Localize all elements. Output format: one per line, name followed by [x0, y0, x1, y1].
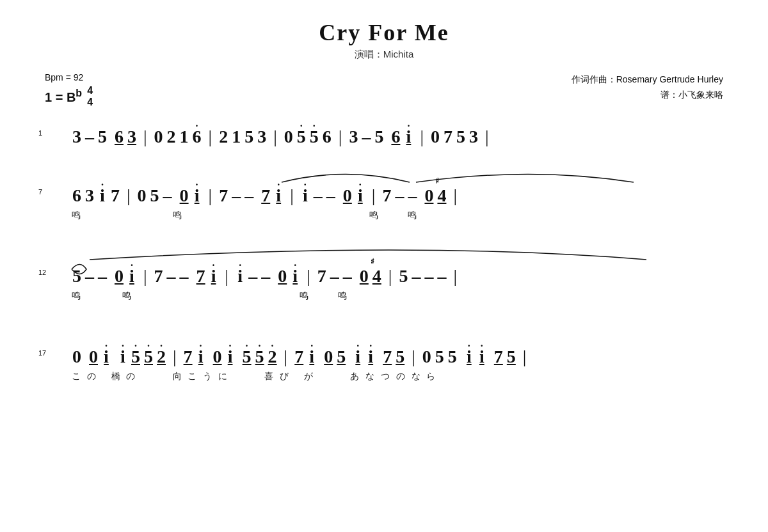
note-group: 0 ♯4	[358, 266, 383, 286]
note-dot: i	[299, 185, 312, 206]
note-dot: i	[207, 266, 220, 286]
note-dot: i	[351, 347, 364, 367]
note: 0	[322, 347, 335, 367]
note-dot: 5	[308, 127, 321, 147]
barline: |	[388, 266, 392, 286]
note-dot: i	[191, 185, 204, 206]
barline: |	[339, 127, 342, 147]
note: 7	[292, 347, 305, 367]
note: 7	[152, 266, 165, 286]
barline: |	[453, 266, 457, 286]
key-display: 1 = Bb 4 4	[45, 85, 93, 107]
left-info: Bpm = 92 1 = Bb 4 4	[45, 72, 93, 107]
note: 0	[113, 266, 125, 286]
note-group: 7 i	[292, 347, 318, 367]
note: 5	[454, 127, 467, 147]
note-group: 7 i	[182, 347, 207, 367]
note-group: 5 5 2	[129, 347, 168, 367]
note-dot: 6	[191, 127, 204, 147]
row7-lyrics: 鸣 鸣 鸣 鸣	[70, 210, 730, 221]
note-group: 7 5	[381, 347, 406, 367]
row7-notes: 6 3 i 7 | 0 5 – 0 i | 7 – – 7 i | i –	[70, 185, 730, 206]
barline: |	[453, 185, 457, 206]
barline: |	[273, 127, 277, 147]
note-dot: i	[195, 347, 207, 367]
note: 0	[358, 266, 371, 286]
row12-lyrics: 鸣 鸣 鸣 鸣	[70, 290, 730, 302]
note: 0	[429, 127, 442, 147]
note-group: i i	[463, 347, 488, 367]
note: 7	[381, 347, 394, 367]
note-group: 0 i	[178, 185, 204, 206]
note-dot: i	[224, 347, 237, 367]
note: –	[410, 266, 422, 286]
note: 7	[195, 266, 207, 286]
barline: |	[523, 347, 527, 367]
row-17: 17 0 0 i i 5 5 2 | 7 i 0 i	[38, 347, 730, 382]
note-dot: i	[272, 185, 285, 206]
note-dot: i	[289, 266, 301, 286]
time-den: 4	[87, 97, 93, 108]
note-group: 7 5	[492, 347, 518, 367]
note: 2	[217, 127, 230, 147]
time-signature: 4 4	[87, 85, 93, 107]
barline: |	[225, 266, 229, 286]
note: –	[435, 266, 448, 286]
note: 0	[282, 127, 295, 147]
note: 0	[420, 347, 433, 367]
note: –	[360, 127, 372, 147]
note-group: 7 i	[259, 185, 285, 206]
note: 6	[389, 127, 402, 147]
note-group: 6 i	[389, 127, 415, 147]
song-title: Cry For Me	[38, 19, 730, 46]
note-group: 0 5	[322, 347, 348, 367]
note: 5	[96, 127, 109, 147]
flat-symbol: b	[76, 88, 82, 98]
row1-notes: 3 – 5 6 3 | 0 2 1 6 | 2 1 5 3 | 0 5 5 6 …	[70, 127, 730, 147]
measure-number-12: 12	[38, 269, 46, 276]
note: –	[246, 266, 259, 286]
note: 3	[70, 127, 83, 147]
note-group: 6 3	[113, 127, 138, 147]
note-dot: 5	[295, 127, 308, 147]
note: –	[393, 185, 406, 206]
note-group: 0 i	[341, 185, 367, 206]
note-group: 7 i	[195, 266, 220, 286]
barline: |	[143, 127, 147, 147]
note-sharp: ♯4	[371, 266, 383, 286]
note-dot: i	[96, 185, 109, 206]
row-7: 7 6 3 i 7 | 0 5 – 0 i | 7 – –	[38, 185, 730, 221]
row12-notes: 5 – – 0 i | 7 – – 7 i | i – – 0 i	[70, 266, 730, 286]
note-group: 5 5 2	[241, 347, 279, 367]
barline: |	[284, 347, 288, 367]
note-sharp: ♯4	[435, 185, 448, 206]
measure-number-7: 7	[38, 188, 42, 196]
note: 5	[394, 347, 406, 367]
barline: |	[420, 127, 424, 147]
barline: |	[209, 127, 212, 147]
note-dot: i	[354, 185, 367, 206]
note: –	[324, 185, 337, 206]
note: 6	[113, 127, 125, 147]
note: 0	[136, 185, 148, 206]
note: 7	[259, 185, 272, 206]
note: –	[243, 185, 255, 206]
note-dot: i	[100, 347, 113, 367]
note-group: i i	[351, 347, 377, 367]
measure-number-17: 17	[38, 349, 46, 357]
sharp-sign: ♯	[435, 176, 439, 186]
note: 1	[230, 127, 243, 147]
note-dot: 5	[142, 347, 155, 367]
note: 7	[109, 185, 122, 206]
note: –	[178, 266, 191, 286]
note-dot: 2	[155, 347, 168, 367]
note: 0	[211, 347, 224, 367]
row17-notes: 0 0 i i 5 5 2 | 7 i 0 i	[70, 347, 730, 367]
note: 5	[148, 185, 161, 206]
note-dot: 2	[266, 347, 279, 367]
note-dot: i	[476, 347, 488, 367]
note: 0	[178, 185, 191, 206]
note: –	[165, 266, 178, 286]
key-text: 1 = Bb	[45, 88, 82, 105]
singer-line: 演唱：Michita	[38, 49, 730, 61]
